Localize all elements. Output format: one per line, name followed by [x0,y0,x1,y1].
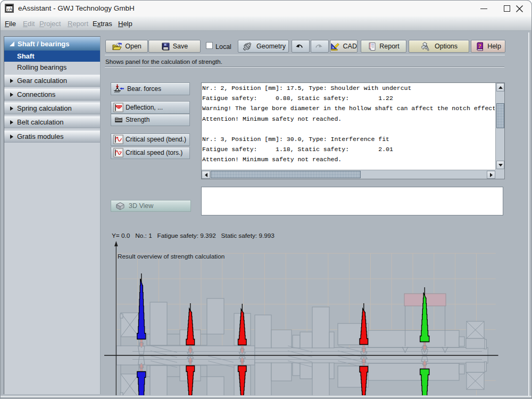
svg-text:A: A [9,6,12,12]
svg-text:?: ? [478,43,481,49]
